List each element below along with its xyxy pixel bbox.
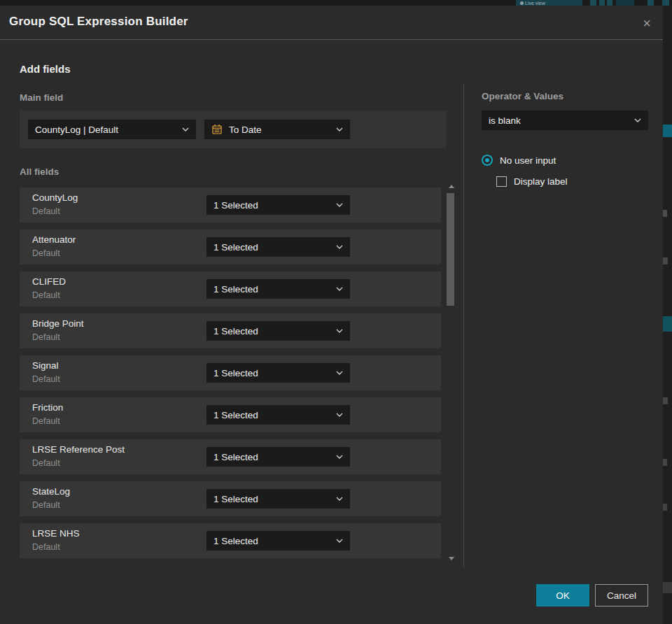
background-fragment <box>663 210 667 217</box>
main-field-date-value: To Date <box>229 125 330 135</box>
field-row-lrse-nhs: LRSE NHS Default 1 Selected <box>20 523 441 558</box>
close-button[interactable]: × <box>636 13 657 34</box>
toolbar-fragment <box>590 0 596 6</box>
field-name: Bridge Point <box>32 318 84 329</box>
selected-count: 1 Selected <box>214 200 330 211</box>
main-field-select-value: CountyLog | Default <box>35 125 176 135</box>
background-fragment <box>663 125 672 137</box>
scrollbar-thumb[interactable] <box>447 193 454 306</box>
chevron-down-icon <box>336 127 343 132</box>
main-field-panel: CountyLog | Default To Date <box>20 111 447 148</box>
add-fields-heading: Add fields <box>20 63 71 75</box>
selected-count: 1 Selected <box>214 368 330 378</box>
background-fragment <box>663 504 667 511</box>
selected-count: 1 Selected <box>214 326 330 336</box>
radio-label: No user input <box>500 155 556 166</box>
field-subtitle: Default <box>32 374 60 384</box>
background-app-top-strip: Live view <box>0 0 672 6</box>
selected-count: 1 Selected <box>214 284 330 295</box>
chevron-down-icon <box>634 118 641 122</box>
field-selected-dropdown[interactable]: 1 Selected <box>206 447 350 467</box>
field-row-friction: Friction Default 1 Selected <box>20 397 441 432</box>
toolbar-fragment <box>616 0 634 6</box>
field-subtitle: Default <box>32 332 60 342</box>
selected-count: 1 Selected <box>214 536 330 546</box>
main-field-select[interactable]: CountyLog | Default <box>28 120 196 139</box>
calendar-icon <box>211 124 223 135</box>
ok-button[interactable]: OK <box>536 584 589 607</box>
field-selected-dropdown[interactable]: 1 Selected <box>206 531 350 551</box>
dialog-header: Group SQL Expression Builder × <box>0 6 663 40</box>
toolbar-fragment <box>607 0 612 6</box>
no-user-input-radio[interactable]: No user input <box>482 155 556 166</box>
chevron-down-icon <box>182 127 189 132</box>
selected-count: 1 Selected <box>214 494 330 504</box>
group-sql-expression-builder-dialog: Group SQL Expression Builder × Add field… <box>0 6 663 624</box>
dialog-title: Group SQL Expression Builder <box>9 15 188 29</box>
field-subtitle: Default <box>32 500 60 510</box>
main-field-date-select[interactable]: To Date <box>204 120 350 139</box>
field-subtitle: Default <box>32 416 60 426</box>
field-selected-dropdown[interactable]: 1 Selected <box>206 405 350 425</box>
scrollbar-up-arrow-icon[interactable] <box>449 185 454 188</box>
field-selected-dropdown[interactable]: 1 Selected <box>206 489 350 509</box>
field-row-signal: Signal Default 1 Selected <box>20 355 441 390</box>
background-fragment <box>663 459 667 466</box>
live-view-button: Live view <box>516 0 582 6</box>
field-name: Signal <box>32 360 59 371</box>
cancel-button[interactable]: Cancel <box>595 584 648 607</box>
field-row-statelog: StateLog Default 1 Selected <box>20 481 441 516</box>
chevron-down-icon <box>336 329 343 333</box>
scrollbar-down-arrow-icon[interactable] <box>449 557 454 560</box>
field-subtitle: Default <box>32 248 60 258</box>
field-name: LRSE Reference Post <box>32 444 125 455</box>
background-app-right-strip <box>663 6 672 624</box>
toolbar-fragment <box>648 0 654 6</box>
background-fragment <box>663 582 672 593</box>
all-fields-label: All fields <box>20 166 59 177</box>
background-fragment <box>663 316 672 332</box>
field-name: StateLog <box>32 486 70 497</box>
field-name: LRSE NHS <box>32 528 80 539</box>
checkbox-unchecked-icon <box>496 176 507 187</box>
operator-values-label: Operator & Values <box>482 91 564 101</box>
field-selected-dropdown[interactable]: 1 Selected <box>206 279 350 299</box>
chevron-down-icon <box>336 245 343 249</box>
field-row-bridge-point: Bridge Point Default 1 Selected <box>20 313 441 348</box>
chevron-down-icon <box>336 455 343 459</box>
field-selected-dropdown[interactable]: 1 Selected <box>206 237 350 257</box>
screen: Live view Group SQL Expression Builder ×… <box>0 0 672 624</box>
selected-count: 1 Selected <box>214 242 330 253</box>
background-fragment <box>663 257 668 264</box>
operator-value: is blank <box>489 115 629 126</box>
field-name: CLIFED <box>32 276 66 287</box>
chevron-down-icon <box>336 203 343 207</box>
chevron-down-icon <box>336 413 343 417</box>
field-subtitle: Default <box>32 206 60 216</box>
chevron-down-icon <box>336 539 343 543</box>
toolbar-fragment <box>599 0 605 6</box>
field-selected-dropdown[interactable]: 1 Selected <box>206 195 350 215</box>
operator-select[interactable]: is blank <box>482 111 648 130</box>
field-name: Friction <box>32 402 63 413</box>
field-row-lrse-reference-post: LRSE Reference Post Default 1 Selected <box>20 439 441 474</box>
close-icon: × <box>643 15 651 31</box>
field-selected-dropdown[interactable]: 1 Selected <box>206 363 350 383</box>
background-fragment <box>663 397 668 404</box>
radio-selected-icon <box>482 155 493 166</box>
field-subtitle: Default <box>32 542 60 552</box>
chevron-down-icon <box>336 371 343 375</box>
field-selected-dropdown[interactable]: 1 Selected <box>206 321 350 341</box>
selected-count: 1 Selected <box>214 410 330 420</box>
field-row-countylog: CountyLog Default 1 Selected <box>20 187 441 222</box>
chevron-down-icon <box>336 287 343 291</box>
display-label-checkbox[interactable]: Display label <box>496 176 568 187</box>
field-subtitle: Default <box>32 290 60 300</box>
field-subtitle: Default <box>32 458 60 468</box>
selected-count: 1 Selected <box>214 452 330 462</box>
panel-divider <box>463 84 464 568</box>
field-row-clifed: CLIFED Default 1 Selected <box>20 271 441 306</box>
main-field-label: Main field <box>20 92 63 103</box>
checkbox-label: Display label <box>514 176 568 187</box>
toolbar-fragment <box>662 0 669 6</box>
